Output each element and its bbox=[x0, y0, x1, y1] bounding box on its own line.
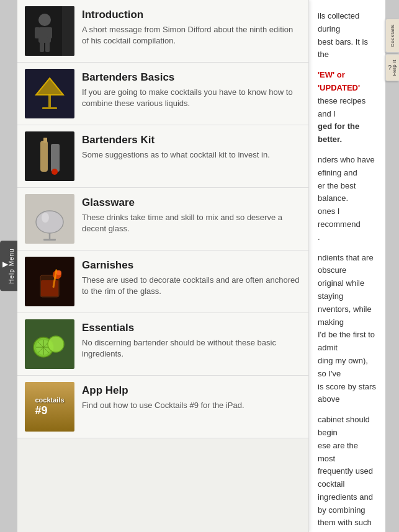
menu-item-bartenders-kit[interactable]: Bartenders Kit Some suggestions as to wh… bbox=[17, 125, 308, 188]
glassware-title: Glassware bbox=[82, 197, 301, 209]
svg-rect-3 bbox=[35, 27, 40, 38]
svg-rect-4 bbox=[47, 27, 52, 38]
svg-rect-12 bbox=[42, 107, 57, 109]
help-it-tab[interactable]: ? Help it bbox=[385, 54, 399, 81]
content-para-2: 'EW' or 'UPDATED'these recipes and Iged … bbox=[318, 69, 377, 146]
content-para-3: nders who haveefining ander the best bal… bbox=[318, 154, 377, 244]
content-para-5: cabinet should beginese are the mostfreq… bbox=[318, 414, 377, 532]
garnishes-image bbox=[25, 257, 74, 306]
cocktails-tab[interactable]: Cocktails bbox=[385, 19, 399, 53]
content-panel[interactable]: ils collected duringbest bars. It is the… bbox=[309, 0, 385, 532]
intro-image bbox=[25, 6, 74, 56]
app-help-title: App Help bbox=[82, 384, 301, 397]
svg-rect-20 bbox=[43, 239, 56, 241]
glassware-image bbox=[25, 194, 74, 244]
svg-rect-13 bbox=[25, 131, 74, 181]
svg-rect-15 bbox=[51, 144, 60, 172]
svg-point-35 bbox=[48, 336, 64, 352]
bartenders-basics-image bbox=[25, 69, 74, 118]
essentials-content: Essentials No discerning bartender shoul… bbox=[82, 319, 301, 360]
bartenders-basics-desc: If you are going to make cocktails you h… bbox=[82, 87, 301, 109]
bartenders-basics-title: Bartenders Basics bbox=[82, 71, 301, 84]
help-it-tab-label: Help it bbox=[392, 60, 397, 76]
intro-desc: A short message from Simon Difford about… bbox=[82, 24, 301, 47]
help-menu-label: Help Menu bbox=[8, 248, 15, 283]
app-help-content: App Help Find out how to use Cocktails #… bbox=[82, 382, 301, 411]
app-help-desc: Find out how to use Cocktails #9 for the… bbox=[82, 400, 301, 411]
menu-item-introduction[interactable]: Introduction A short message from Simon … bbox=[17, 0, 308, 63]
right-tabs-container: Cocktails ? Help it bbox=[385, 19, 399, 81]
svg-point-1 bbox=[38, 14, 51, 26]
cocktails-tab-label: Cocktails bbox=[390, 24, 395, 47]
bartenders-basics-content: Bartenders Basics If you are going to ma… bbox=[82, 69, 301, 109]
svg-point-21 bbox=[42, 213, 49, 223]
svg-rect-24 bbox=[41, 280, 58, 296]
garnishes-content: Garnishes These are used to decorate coc… bbox=[82, 257, 301, 297]
svg-rect-6 bbox=[45, 41, 50, 52]
bartenders-kit-content: Bartenders Kit Some suggestions as to wh… bbox=[82, 131, 301, 161]
menu-item-essentials[interactable]: Essentials No discerning bartender shoul… bbox=[17, 313, 308, 376]
garnishes-title: Garnishes bbox=[82, 259, 301, 272]
bartenders-kit-desc: Some suggestions as to what cocktail kit… bbox=[82, 149, 301, 161]
content-para-1: ils collected duringbest bars. It is the bbox=[318, 10, 377, 61]
glassware-content: Glassware These drinks take time and ski… bbox=[82, 194, 301, 234]
essentials-desc: No discerning bartender should be withou… bbox=[82, 337, 301, 360]
glassware-desc: These drinks take time and skill to mix … bbox=[82, 212, 301, 234]
menu-item-garnishes[interactable]: Garnishes These are used to decorate coc… bbox=[17, 250, 308, 313]
menu-item-glassware[interactable]: Glassware These drinks take time and ski… bbox=[17, 188, 308, 250]
svg-point-19 bbox=[36, 211, 63, 233]
bartenders-kit-title: Bartenders Kit bbox=[82, 134, 301, 146]
app-help-image: cocktails #9 bbox=[25, 382, 74, 432]
menu-item-app-help[interactable]: cocktails #9 App Help Find out how to us… bbox=[17, 376, 308, 438]
essentials-image bbox=[25, 319, 74, 369]
menu-item-bartenders-basics[interactable]: Bartenders Basics If you are going to ma… bbox=[17, 63, 308, 125]
help-menu-panel: Introduction A short message from Simon … bbox=[17, 0, 309, 532]
bartenders-kit-image bbox=[25, 131, 74, 181]
svg-rect-16 bbox=[43, 138, 47, 143]
intro-content: Introduction A short message from Simon … bbox=[82, 6, 301, 47]
intro-title: Introduction bbox=[82, 9, 301, 21]
svg-rect-11 bbox=[48, 95, 51, 107]
svg-rect-14 bbox=[40, 141, 48, 172]
garnishes-desc: These are used to decorate cocktails and… bbox=[82, 275, 301, 297]
svg-point-26 bbox=[56, 270, 61, 275]
content-text: ils collected duringbest bars. It is the… bbox=[318, 10, 377, 532]
help-menu-tab[interactable]: ▶ Help Menu bbox=[0, 241, 17, 291]
essentials-title: Essentials bbox=[82, 322, 301, 334]
content-para-4: ndients that are obscureoriginal while s… bbox=[318, 252, 377, 407]
svg-point-17 bbox=[52, 169, 58, 175]
main-container: Introduction A short message from Simon … bbox=[17, 0, 385, 532]
svg-rect-7 bbox=[62, 6, 74, 56]
svg-rect-5 bbox=[40, 41, 44, 52]
arrow-icon: ▶ bbox=[2, 260, 8, 268]
